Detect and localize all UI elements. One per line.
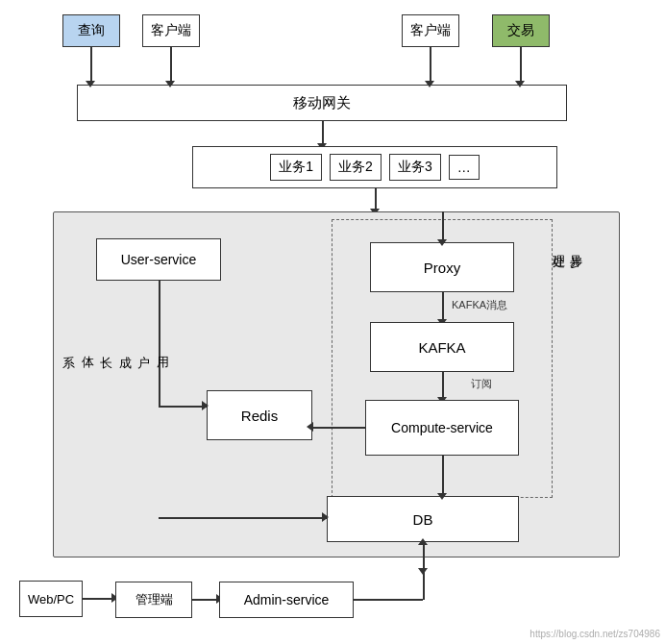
arrow-userservice-db xyxy=(159,517,327,519)
kafka-msg-label: KAFKA消息 xyxy=(452,298,507,312)
subscribe-label: 订阅 xyxy=(471,377,492,391)
admin-service-box: Admin-service xyxy=(219,582,354,618)
user-service-box: User-service xyxy=(96,238,221,281)
arrow-client1-gateway xyxy=(170,47,172,85)
arrowhead-to-redis xyxy=(202,401,209,410)
arrow-adminservice-db-v xyxy=(423,542,425,600)
architecture-diagram: 查询 客户端 客户端 交易 移动网关 业务1 业务2 业务3 … User-se… xyxy=(0,0,665,644)
client1-box: 客户端 xyxy=(142,14,200,47)
biz-container: 业务1 业务2 业务3 … xyxy=(192,146,557,188)
watermark: https://blog.csdn.net/zs704986 xyxy=(530,629,660,639)
biz1-label: 业务1 xyxy=(270,154,322,181)
arrowhead-to-proxy xyxy=(437,239,447,246)
gateway-box: 移动网关 xyxy=(77,85,567,121)
kafka-box: KAFKA xyxy=(370,322,514,372)
arrow-query-gateway xyxy=(90,47,92,85)
arrow-compute-redis xyxy=(312,427,365,429)
arrowhead-userservice-db xyxy=(322,512,329,522)
query-box: 查询 xyxy=(62,14,120,47)
arrow-to-proxy xyxy=(442,211,444,242)
arrowhead-client1-gateway xyxy=(165,81,175,87)
arrowhead-compute-redis xyxy=(307,422,313,432)
arrow-userservice-down xyxy=(159,281,160,406)
redis-box: Redis xyxy=(207,390,312,440)
arrow-proxy-kafka xyxy=(442,292,444,321)
trade-box: 交易 xyxy=(492,14,550,47)
compute-service-box: Compute-service xyxy=(365,400,519,456)
arrow-kafka-compute xyxy=(442,372,444,399)
biz2-label: 业务2 xyxy=(330,154,382,181)
admin-terminal-box: 管理端 xyxy=(115,582,192,618)
arrowhead-compute-db xyxy=(437,493,447,500)
db-box: DB xyxy=(327,496,519,542)
webpc-box: Web/PC xyxy=(19,581,83,617)
arrow-compute-db xyxy=(442,456,444,496)
client2-box: 客户端 xyxy=(402,14,459,47)
biz-more-label: … xyxy=(449,155,480,180)
arrow-trade-gateway xyxy=(520,47,522,85)
arrow-down-to-redis xyxy=(159,406,207,408)
arrowhead-adminservice-db xyxy=(418,538,428,545)
proxy-box: Proxy xyxy=(370,242,514,292)
arrowhead-trade-gateway xyxy=(515,81,525,87)
arrow-client2-gateway xyxy=(430,47,431,85)
arrowhead-query-gateway xyxy=(86,81,95,87)
arrowhead-client2-gateway xyxy=(425,81,434,87)
biz3-label: 业务3 xyxy=(389,154,441,181)
arrow-adminservice-db-h xyxy=(354,599,423,601)
